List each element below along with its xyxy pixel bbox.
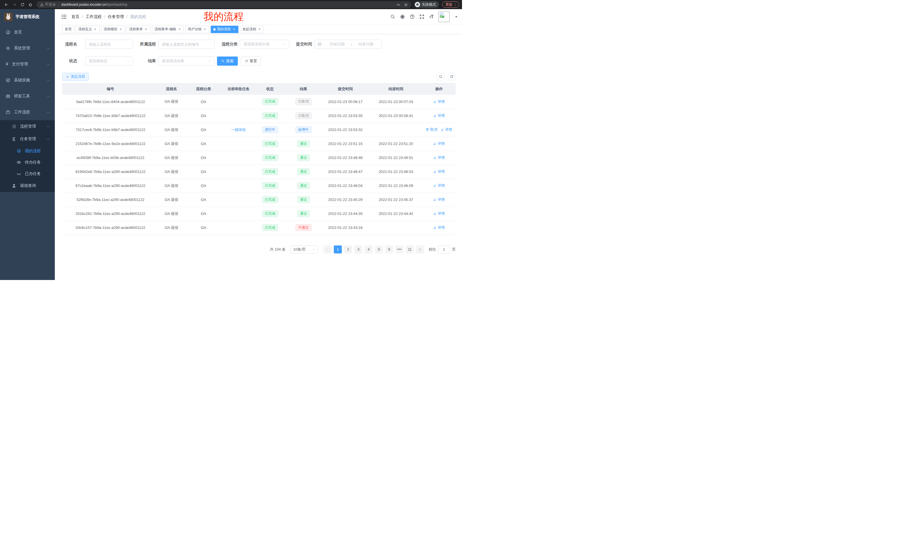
tab-start-process[interactable]: 发起流程× — [240, 26, 264, 33]
page-ellipsis[interactable]: ••• — [396, 246, 404, 253]
tab-process-model[interactable]: 流程模型× — [101, 26, 125, 33]
detail-action-link[interactable]: 详情 — [433, 155, 445, 160]
browser-home-icon[interactable] — [27, 1, 34, 8]
cell-end-time: 2022-01-22 23:46:53 — [369, 165, 422, 179]
sidebar-item-leave-query[interactable]: 请假查询 — [0, 180, 55, 192]
tab-close-icon[interactable]: × — [258, 27, 261, 31]
page-button-1[interactable]: 1 — [334, 246, 342, 253]
font-size-icon[interactable]: TT — [429, 14, 434, 19]
page-button-5[interactable]: 5 — [375, 246, 383, 253]
detail-action-link[interactable]: 详情 — [433, 211, 445, 216]
tab-process-form-edit[interactable]: 流程表单-编辑× — [152, 26, 184, 33]
tab-home[interactable]: 首页 — [62, 26, 74, 33]
result-select[interactable]: 请选择流结果 — [158, 57, 215, 66]
cell-process-id: 3ad174fb-7b9d-11ec-8404-acde48001122 — [62, 95, 159, 109]
sidebar-item-my-process[interactable]: 我的流程 — [0, 145, 55, 157]
github-icon[interactable] — [400, 14, 405, 19]
tab-my-process[interactable]: 我的流程× — [211, 26, 238, 33]
sidebar-item-dev-tools[interactable]: 研发工具 — [0, 88, 55, 104]
browser-update-button[interactable]: 更新 — [442, 1, 459, 8]
page-button-2[interactable]: 2 — [344, 246, 352, 253]
browser-menu-dots-icon[interactable] — [454, 3, 457, 6]
tab-process-definition[interactable]: 流程定义× — [76, 26, 100, 33]
help-icon[interactable] — [410, 14, 415, 19]
screen: 不安全 dashboard.yudao.iocoder.cn/bpm/task/… — [0, 0, 462, 280]
page-button-6[interactable]: 6 — [385, 246, 393, 253]
search-icon[interactable] — [390, 14, 395, 19]
prev-page-button[interactable] — [324, 246, 332, 253]
tab-close-icon[interactable]: × — [93, 27, 97, 31]
breadcrumb-item-workflow[interactable]: 工作流程 — [86, 14, 102, 19]
goto-page-input[interactable] — [438, 246, 450, 253]
cell-category: OA — [184, 151, 223, 165]
detail-action-link[interactable]: 详情 — [433, 183, 445, 188]
sidebar-item-todo-tasks[interactable]: 待办任务 — [0, 157, 55, 168]
table-refresh-button[interactable] — [447, 72, 456, 81]
detail-action-link[interactable]: 详情 — [433, 169, 445, 174]
cell-submit-time: 2022-01-22 23:45:29 — [321, 193, 369, 207]
detail-action-link[interactable]: 详情 — [433, 225, 445, 230]
breadcrumb-item-home[interactable]: 首页 — [71, 14, 80, 19]
page-button-4[interactable]: 4 — [364, 246, 373, 253]
sidebar-item-label: 支付管理 — [12, 61, 28, 67]
browser-forward-icon[interactable] — [11, 1, 18, 8]
tab-close-icon[interactable]: × — [119, 27, 123, 31]
bookmark-star-icon[interactable] — [404, 3, 408, 7]
cell-submit-time: 2022-01-22 23:53:32 — [321, 123, 369, 137]
tab-close-icon[interactable]: × — [178, 27, 182, 31]
tab-user-group[interactable]: 用户分组× — [185, 26, 209, 33]
cancel-action-link[interactable]: 取消 — [426, 127, 437, 132]
cell-end-time — [369, 221, 422, 235]
detail-action-link[interactable]: 详情 — [441, 127, 452, 132]
cell-process-name: OA 请假 — [159, 137, 184, 151]
parent-process-input[interactable] — [158, 40, 215, 49]
table-search-button[interactable] — [436, 72, 445, 81]
fullscreen-icon[interactable] — [420, 14, 424, 19]
detail-action-link[interactable]: 详情 — [433, 99, 445, 104]
submit-time-range-picker[interactable]: 开始日期 - 结束日期 — [314, 40, 382, 49]
sidebar-item-infrastructure[interactable]: 基础设施 — [0, 72, 55, 88]
page-button-11[interactable]: 11 — [406, 246, 414, 253]
result-badge: 已取消 — [296, 112, 312, 119]
avatar[interactable] — [438, 11, 450, 22]
tab-close-icon[interactable]: × — [144, 27, 148, 31]
sidebar-item-done-tasks[interactable]: 已办任务 — [0, 168, 55, 180]
sidebar-item-payment[interactable]: ¥支付管理 — [0, 56, 55, 72]
sidebar-item-workflow[interactable]: 工作流程 — [0, 104, 55, 120]
tab-close-icon[interactable]: × — [203, 27, 207, 31]
sidebar-toggle-icon[interactable] — [61, 14, 67, 20]
sidebar-item-home[interactable]: 首页 — [0, 24, 55, 40]
password-key-icon[interactable] — [397, 3, 400, 7]
next-page-button[interactable] — [416, 246, 424, 253]
category-select[interactable]: 请选择流程分类 — [240, 40, 289, 49]
cell-actions: 详情 — [422, 95, 456, 109]
current-task-link[interactable]: 一级审批 — [231, 127, 246, 132]
browser-back-icon[interactable] — [3, 1, 10, 8]
avatar-caret-icon[interactable] — [454, 15, 458, 18]
sidebar-item-process-mgmt[interactable]: 流程管理 — [0, 120, 55, 133]
incognito-label: 无痕模式 — [422, 2, 436, 7]
reset-button[interactable]: 重置 — [241, 57, 261, 66]
sidebar-item-task-mgmt[interactable]: 任务管理 — [0, 133, 55, 145]
cell-actions: 详情 — [422, 221, 456, 235]
tab-process-form[interactable]: 流程表单× — [126, 26, 150, 33]
page-size-select[interactable]: 10条/页 — [290, 246, 318, 253]
total-count: 共 104 条 — [270, 247, 285, 252]
address-bar[interactable]: 不安全 dashboard.yudao.iocoder.cn/bpm/task/… — [36, 1, 411, 8]
detail-action-link[interactable]: 详情 — [433, 197, 445, 202]
process-name-input[interactable] — [85, 40, 133, 49]
create-process-button[interactable]: 发起流程 — [62, 73, 89, 81]
search-button[interactable]: 搜索 — [217, 57, 238, 66]
status-select[interactable]: 请选择状态 — [85, 57, 133, 66]
browser-reload-icon[interactable] — [19, 1, 26, 8]
detail-action-link[interactable]: 详情 — [433, 141, 445, 146]
page-button-3[interactable]: 3 — [354, 246, 362, 253]
breadcrumb-item-task-mgmt[interactable]: 任务管理 — [108, 14, 124, 19]
cell-category: OA — [184, 123, 223, 137]
sidebar-item-system[interactable]: 系统管理 — [0, 40, 55, 56]
cell-end-time: 2022-01-23 00:08:41 — [369, 109, 422, 123]
tab-label: 流程定义 — [78, 27, 92, 32]
tab-close-icon[interactable]: × — [232, 27, 236, 31]
detail-action-link[interactable]: 详情 — [433, 113, 445, 118]
app-logo[interactable]: 芋道管理系统 — [0, 9, 55, 24]
